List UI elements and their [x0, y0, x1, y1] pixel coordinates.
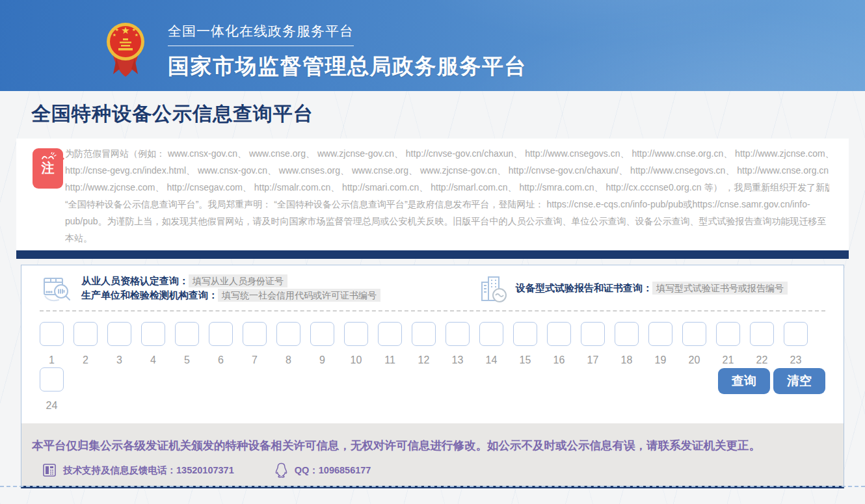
- box-number: 18: [615, 354, 639, 366]
- code-box-24[interactable]: [40, 367, 64, 391]
- code-cell-6: 6: [209, 322, 233, 366]
- query-right-group: 设备型式试验报告和证书查询：填写型式试验证书号或报告编号: [478, 274, 788, 303]
- platform-subtitle: 全国一体化在线政务服务平台: [168, 22, 354, 46]
- code-box-6[interactable]: [209, 322, 233, 346]
- code-box-10[interactable]: [344, 322, 368, 346]
- unit-query-hint: 填写统一社会信用代码或许可证书编号: [218, 289, 380, 302]
- phone-contact: 技术支持及信息反馈电话： 13520107371: [32, 463, 234, 477]
- box-number: 17: [581, 354, 605, 366]
- disclaimer-text: 本平台仅归集公示各级发证机关颁发的特种设备相关许可信息，无权对许可信息进行修改。…: [32, 434, 822, 457]
- code-cell-17: 17: [581, 322, 605, 366]
- code-cell-15: 15: [513, 322, 537, 366]
- box-number: 4: [141, 354, 165, 366]
- code-box-7[interactable]: [243, 322, 267, 346]
- svg-text:★: ★: [121, 25, 129, 36]
- page-title: 全国特种设备公示信息查询平台: [0, 91, 865, 139]
- package-search-icon: [40, 274, 73, 304]
- alert-face-icon: [40, 152, 57, 161]
- site-header: ★ ★ ★ ★ ★ 全国一体化在线政务服务平台 国家市场监督管理总局政务服务平台: [0, 0, 865, 91]
- code-box-row-1: 1234567891011121314151617181920212223: [40, 322, 825, 366]
- box-number: 24: [40, 400, 64, 412]
- code-box-12[interactable]: [412, 322, 436, 346]
- phone-number: 13520107371: [176, 465, 234, 475]
- code-cell-22: 22: [750, 322, 774, 366]
- code-box-4[interactable]: [141, 322, 165, 346]
- svg-text:★: ★: [132, 27, 136, 32]
- code-cell-7: 7: [243, 322, 267, 366]
- code-cell-2: 2: [73, 322, 98, 366]
- code-cell-3: 3: [107, 322, 131, 366]
- code-box-16[interactable]: [547, 322, 571, 346]
- box-number: 9: [310, 354, 334, 366]
- code-box-13[interactable]: [446, 322, 470, 346]
- code-cell-5: 5: [175, 322, 199, 366]
- qq-contact: QQ： 1096856177: [264, 462, 371, 478]
- divider-bar: [16, 250, 849, 259]
- box-number: 15: [513, 354, 537, 366]
- notice-line: pub/pub。为谨防上当，如发现其他假冒网站，请及时向国家市场监督管理总局或公…: [65, 213, 829, 230]
- notice-line: “全国特种设备公示信息查询平台”。我局郑重声明： “全国特种设备公示信息查询平台…: [65, 196, 829, 213]
- notice-line: 为防范假冒网站（例如： www.cnsx-gov.cn、 www.cnse.or…: [65, 145, 829, 162]
- code-box-20[interactable]: [682, 322, 706, 346]
- svg-text:★: ★: [113, 33, 116, 37]
- box-number: 21: [716, 354, 740, 366]
- box-number: 2: [73, 354, 98, 366]
- code-box-21[interactable]: [716, 322, 740, 346]
- query-labels-row: 从业人员资格认定查询：填写从业人员身份证号 生产单位和检验检测机构查询：填写统一…: [21, 265, 844, 304]
- code-box-11[interactable]: [378, 322, 402, 346]
- device-query-hint: 填写型式试验证书号或报告编号: [652, 282, 788, 295]
- code-cell-20: 20: [682, 322, 706, 366]
- code-box-14[interactable]: [479, 322, 503, 346]
- box-number: 16: [547, 354, 571, 366]
- code-box-9[interactable]: [310, 322, 334, 346]
- clear-button[interactable]: 清空: [773, 368, 825, 394]
- code-box-18[interactable]: [615, 322, 639, 346]
- code-box-1[interactable]: [40, 322, 64, 346]
- box-number: 5: [175, 354, 199, 366]
- fax-phone-icon: [42, 463, 57, 477]
- code-cell-13: 13: [446, 322, 470, 366]
- svg-text:★: ★: [115, 27, 119, 32]
- code-cell-12: 12: [412, 322, 436, 366]
- notice-line: http://cnse-gevg.cn/index.html、 www.cnsx…: [65, 162, 829, 179]
- code-cell-23: 23: [784, 322, 808, 366]
- box-number: 23: [784, 354, 808, 366]
- code-box-19[interactable]: [648, 322, 672, 346]
- code-box-8[interactable]: [276, 322, 300, 346]
- code-box-2[interactable]: [73, 322, 98, 346]
- code-cell-14: 14: [479, 322, 503, 366]
- national-emblem-icon: ★ ★ ★ ★ ★: [106, 17, 145, 78]
- platform-title: 国家市场监督管理总局政务服务平台: [168, 52, 527, 81]
- building-report-icon: [478, 274, 508, 303]
- code-cell-18: 18: [615, 322, 639, 366]
- code-box-3[interactable]: [107, 322, 131, 346]
- contact-row: 技术支持及信息反馈电话： 13520107371 QQ： 1096856177: [32, 462, 833, 478]
- box-number: 22: [750, 354, 774, 366]
- worker-query-hint: 填写从业人员身份证号: [189, 274, 287, 287]
- worker-query-label: 从业人员资格认定查询：: [81, 275, 189, 286]
- box-number: 13: [446, 354, 470, 366]
- code-box-15[interactable]: [513, 322, 537, 346]
- code-box-23[interactable]: [784, 322, 808, 346]
- box-number: 14: [479, 354, 503, 366]
- anti-fake-notice: 注 为防范假冒网站（例如： www.cnsx-gov.cn、 www.cnse.…: [16, 139, 849, 250]
- unit-query-label: 生产单位和检验检测机构查询：: [81, 289, 218, 300]
- notice-badge-label: 注: [33, 161, 63, 175]
- qq-penguin-icon: [274, 462, 288, 478]
- qq-label: QQ：: [295, 464, 319, 477]
- code-box-22[interactable]: [750, 322, 774, 346]
- search-button[interactable]: 查询: [718, 368, 770, 394]
- code-cell-4: 4: [141, 322, 165, 366]
- code-cell-16: 16: [547, 322, 571, 366]
- code-box-5[interactable]: [175, 322, 199, 346]
- code-cell-11: 11: [378, 322, 402, 366]
- bottom-dashed-line: [0, 486, 865, 487]
- code-cell-8: 8: [276, 322, 300, 366]
- code-cell-21: 21: [716, 322, 740, 366]
- box-number: 6: [209, 354, 233, 366]
- notice-line: http://www.zjcnse.com、 http://cnsegav.co…: [65, 179, 829, 196]
- code-cell-10: 10: [344, 322, 368, 366]
- box-number: 3: [107, 354, 131, 366]
- svg-text:★: ★: [135, 33, 139, 37]
- code-box-17[interactable]: [581, 322, 605, 346]
